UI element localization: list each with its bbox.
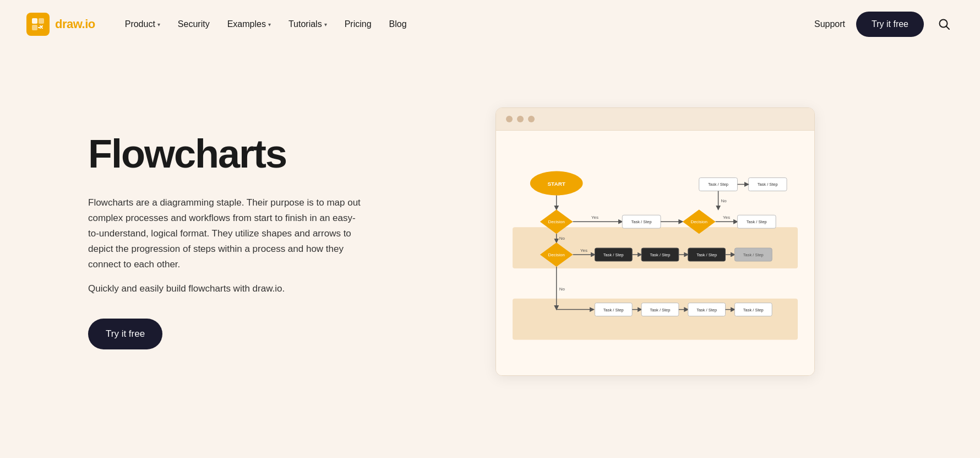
svg-text:Task / Step: Task / Step: [696, 252, 717, 257]
svg-text:Yes: Yes: [580, 248, 587, 253]
nav-links: Product ▾ Security Examples ▾ Tutorials …: [117, 15, 814, 34]
flowchart-diagram: START Decision Yes Task / Step: [513, 147, 798, 357]
diagram-container: START Decision Yes Task / Step: [396, 107, 914, 376]
svg-rect-0: [32, 18, 37, 24]
navbar: draw.io Product ▾ Security Examples ▾ Tu…: [0, 0, 980, 49]
nav-product[interactable]: Product ▾: [117, 15, 168, 34]
browser-dot-1: [506, 116, 513, 122]
svg-text:No: No: [721, 198, 727, 203]
logo[interactable]: draw.io: [26, 13, 95, 36]
svg-text:Task / Step: Task / Step: [603, 307, 624, 312]
svg-text:No: No: [559, 286, 565, 291]
svg-text:Yes: Yes: [591, 215, 598, 220]
nav-pricing[interactable]: Pricing: [337, 15, 379, 34]
chevron-down-icon: ▾: [324, 21, 327, 28]
support-link[interactable]: Support: [814, 19, 845, 29]
svg-text:Task / Step: Task / Step: [696, 307, 717, 312]
nav-examples[interactable]: Examples ▾: [220, 15, 279, 34]
svg-text:Task / Step: Task / Step: [747, 219, 767, 224]
search-icon: [938, 18, 950, 30]
nav-tutorials[interactable]: Tutorials ▾: [281, 15, 335, 34]
browser-bar: [496, 108, 814, 131]
chevron-down-icon: ▾: [268, 21, 271, 28]
svg-text:Task / Step: Task / Step: [743, 252, 764, 257]
svg-text:Task / Step: Task / Step: [758, 182, 778, 187]
search-button[interactable]: [935, 15, 954, 34]
hero-subtitle: Quickly and easily build flowcharts with…: [88, 281, 363, 297]
hero-title: Flowcharts: [88, 133, 363, 175]
logo-text: draw.io: [55, 17, 95, 31]
nav-blog[interactable]: Blog: [382, 15, 415, 34]
nav-security[interactable]: Security: [170, 15, 217, 34]
svg-text:Decision: Decision: [690, 219, 707, 224]
svg-text:Task / Step: Task / Step: [631, 219, 652, 224]
svg-text:START: START: [547, 181, 565, 187]
logo-icon: [26, 13, 50, 36]
logo-svg: [30, 17, 46, 32]
svg-text:Task / Step: Task / Step: [603, 252, 624, 257]
browser-content: START Decision Yes Task / Step: [496, 131, 814, 375]
svg-text:Task / Step: Task / Step: [743, 307, 764, 312]
hero-cta-button[interactable]: Try it free: [88, 319, 162, 349]
browser-dot-2: [517, 116, 524, 122]
hero-description: Flowcharts are a diagramming staple. The…: [88, 195, 363, 272]
svg-rect-2: [32, 25, 37, 30]
nav-try-free-button[interactable]: Try it free: [856, 12, 924, 37]
svg-text:Yes: Yes: [723, 215, 730, 220]
svg-text:Decision: Decision: [548, 252, 564, 257]
browser-window: START Decision Yes Task / Step: [496, 107, 815, 376]
svg-text:Task / Step: Task / Step: [650, 252, 670, 257]
hero-section: Flowcharts Flowcharts are a diagramming …: [0, 49, 980, 434]
svg-text:Task / Step: Task / Step: [650, 307, 670, 312]
svg-text:Decision: Decision: [548, 219, 564, 224]
chevron-down-icon: ▾: [157, 21, 160, 28]
browser-dot-3: [528, 116, 535, 122]
hero-content: Flowcharts Flowcharts are a diagramming …: [88, 133, 363, 349]
svg-text:Task / Step: Task / Step: [708, 182, 728, 187]
nav-right: Support Try it free: [814, 12, 954, 37]
svg-rect-1: [39, 18, 44, 24]
svg-text:No: No: [559, 236, 565, 241]
